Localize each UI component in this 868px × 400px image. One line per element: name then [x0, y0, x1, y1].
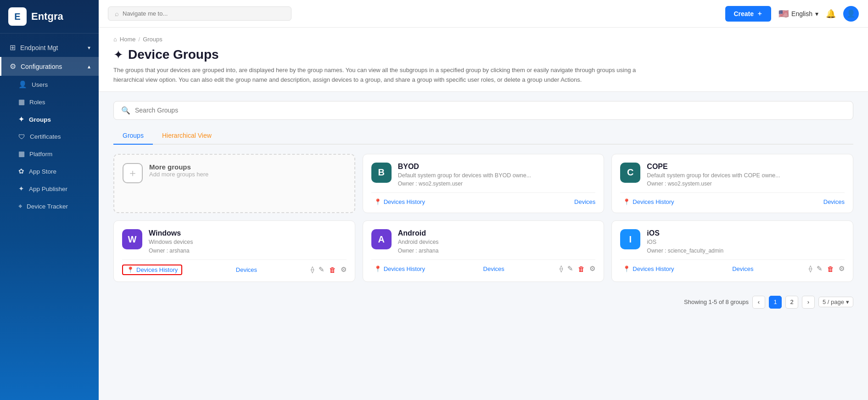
card-top: ＋ More groups Add more groups here: [123, 163, 346, 183]
settings-icon[interactable]: ⚙: [341, 265, 347, 274]
topbar-right: Create ＋ 🇺🇸 English ▾ 🔔 👤: [725, 6, 859, 22]
delete-icon[interactable]: 🗑: [329, 266, 336, 274]
sidebar-item-device-tracker[interactable]: ⌖ Device Tracker: [0, 197, 99, 215]
android-action-icons: ⟠ ✎ 🗑 ⚙: [560, 265, 595, 273]
edit-icon[interactable]: ✎: [319, 265, 325, 274]
groups-icon: ✦: [18, 115, 24, 124]
edit-icon[interactable]: ✎: [567, 265, 573, 273]
ios-footer: 📍 Devices History Devices ⟠ ✎ 🗑 ⚙: [620, 259, 845, 273]
cope-devices-history-btn[interactable]: 📍 Devices History: [620, 197, 677, 206]
main-area: ⌕ Create ＋ 🇺🇸 English ▾ 🔔 👤 ⌂ Home: [99, 0, 868, 400]
breadcrumb-home[interactable]: Home: [120, 36, 136, 43]
breadcrumb: ⌂ Home / Groups: [113, 36, 853, 43]
cope-footer: 📍 Devices History Devices: [620, 192, 845, 206]
platform-icon: ▦: [18, 150, 25, 158]
location-icon: 📍: [623, 198, 630, 205]
navigate-input[interactable]: [123, 10, 285, 17]
plus-icon: ＋: [756, 10, 763, 18]
android-desc: Android devices: [398, 238, 596, 247]
tab-hierarchical-view[interactable]: Hierarchical View: [153, 127, 221, 145]
delete-icon[interactable]: 🗑: [827, 265, 834, 273]
pagination-prev[interactable]: ‹: [752, 296, 765, 309]
windows-devices-link[interactable]: Devices: [236, 266, 257, 273]
edit-icon[interactable]: ✎: [817, 265, 823, 273]
device-groups-icon: ✦: [113, 48, 123, 62]
content-header: ⌂ Home / Groups ✦ Device Groups The grou…: [99, 28, 868, 92]
card-info: More groups Add more groups here: [149, 163, 346, 178]
configurations-label: Configurations: [21, 63, 62, 70]
android-owner: Owner : arshana: [398, 248, 596, 254]
sidebar-item-roles[interactable]: ▦ Roles: [0, 93, 99, 111]
byod-owner: Owner : wso2.system.user: [398, 180, 596, 187]
ios-name: iOS: [647, 229, 845, 237]
sidebar-item-certificates[interactable]: 🛡 Certificates: [0, 128, 99, 145]
device-tracker-label: Device Tracker: [27, 203, 68, 210]
flag-icon: 🇺🇸: [778, 9, 789, 19]
page-description: The groups that your devices are grouped…: [113, 66, 664, 91]
ios-devices-history-btn[interactable]: 📍 Devices History: [620, 265, 677, 273]
card-top-windows: W Windows Windows devices Owner : arshan…: [122, 229, 347, 254]
windows-devices-history-btn[interactable]: 📍 Devices History: [122, 265, 182, 275]
byod-devices-history-btn[interactable]: 📍 Devices History: [371, 197, 428, 206]
cope-devices-link[interactable]: Devices: [823, 198, 845, 205]
delete-icon[interactable]: 🗑: [578, 265, 585, 273]
pagination-info: Showing 1-5 of 8 groups: [684, 299, 749, 305]
android-name: Android: [398, 229, 596, 237]
windows-name: Windows: [149, 229, 347, 237]
search-icon: ⌕: [115, 10, 119, 17]
user-avatar[interactable]: 👤: [843, 6, 859, 22]
groups-search-bar[interactable]: 🔍: [113, 101, 853, 120]
per-page-label: 5 / page: [823, 299, 844, 305]
settings-icon[interactable]: ⚙: [589, 265, 595, 273]
language-selector[interactable]: 🇺🇸 English ▾: [778, 9, 818, 19]
ios-devices-history-label: Devices History: [633, 265, 674, 272]
sidebar-item-users[interactable]: 👤 Users: [0, 76, 99, 93]
certificates-label: Certificates: [30, 133, 61, 140]
groups-search-input[interactable]: [135, 107, 846, 114]
navigate-search[interactable]: ⌕: [108, 6, 291, 21]
ios-avatar: I: [620, 229, 640, 249]
ios-devices-link[interactable]: Devices: [732, 265, 753, 272]
sidebar-item-endpoint-mgt[interactable]: ⊞ Endpoint Mgt ▾: [0, 38, 99, 57]
topbar: ⌕ Create ＋ 🇺🇸 English ▾ 🔔 👤: [99, 0, 868, 28]
android-devices-link[interactable]: Devices: [483, 265, 504, 272]
sidebar-item-platform[interactable]: ▦ Platform: [0, 145, 99, 163]
byod-devices-link[interactable]: Devices: [574, 198, 595, 205]
byod-avatar: B: [371, 163, 392, 183]
location-icon: 📍: [374, 265, 381, 272]
cope-avatar: C: [620, 163, 640, 183]
roles-icon: ▦: [18, 98, 25, 106]
cope-owner: Owner : wso2.system.user: [647, 180, 845, 187]
settings-icon[interactable]: ⚙: [839, 265, 845, 273]
sidebar-item-app-store[interactable]: ✿ App Store: [0, 163, 99, 180]
share-icon[interactable]: ⟠: [311, 265, 314, 274]
sidebar-item-configurations[interactable]: ⚙ Configurations ▴: [0, 57, 99, 76]
users-label: Users: [32, 81, 48, 88]
pagination-page-1[interactable]: 1: [769, 296, 782, 309]
tab-groups[interactable]: Groups: [113, 127, 153, 145]
group-card-android: A Android Android devices Owner : arshan…: [363, 220, 605, 282]
ios-owner: Owner : science_faculty_admin: [647, 248, 845, 254]
sidebar-item-app-publisher[interactable]: ✦ App Publisher: [0, 180, 99, 197]
sidebar-nav: ⊞ Endpoint Mgt ▾ ⚙ Configurations ▴ 👤 Us…: [0, 34, 99, 220]
cope-desc: Default system group for devices with CO…: [647, 172, 845, 180]
create-button[interactable]: Create ＋: [725, 6, 771, 22]
card-top-ios: I iOS iOS Owner : science_faculty_admin: [620, 229, 845, 254]
share-icon[interactable]: ⟠: [560, 265, 563, 273]
notification-icon[interactable]: 🔔: [826, 9, 836, 19]
share-icon[interactable]: ⟠: [809, 265, 812, 273]
device-tracker-icon: ⌖: [18, 202, 22, 210]
logo-icon: E: [8, 7, 27, 26]
per-page-select[interactable]: 5 / page ▾: [818, 297, 853, 307]
users-icon: 👤: [18, 80, 27, 89]
sidebar-item-groups[interactable]: ✦ Groups: [0, 111, 99, 128]
lang-chevron-icon: ▾: [815, 10, 818, 17]
pagination-next[interactable]: ›: [802, 296, 815, 309]
page-content: ⌂ Home / Groups ✦ Device Groups The grou…: [99, 28, 868, 400]
location-icon: 📍: [127, 266, 134, 273]
create-label: Create: [734, 10, 754, 17]
group-card-ios: I iOS iOS Owner : science_faculty_admin …: [611, 220, 853, 282]
group-card-cope: C COPE Default system group for devices …: [611, 154, 853, 214]
pagination-page-2[interactable]: 2: [785, 296, 798, 309]
android-devices-history-btn[interactable]: 📍 Devices History: [371, 265, 428, 273]
